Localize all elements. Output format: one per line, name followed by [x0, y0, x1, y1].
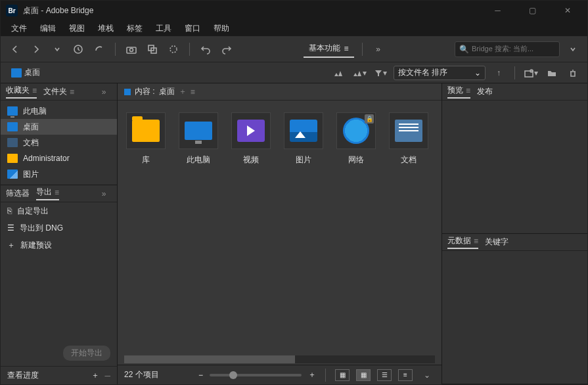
favorite-label: 文档 [23, 137, 39, 148]
view-detail-button[interactable]: ☰ [377, 369, 392, 381]
menu-help[interactable]: 帮助 [208, 22, 235, 35]
search-input[interactable]: 🔍 Bridge 搜索: 当前... [455, 41, 560, 57]
export-dng[interactable]: ☰导出到 DNG [1, 219, 117, 237]
content-header-prefix: 内容 : [135, 86, 155, 97]
new-folder-button[interactable] [544, 65, 560, 81]
list-icon: ☰ [7, 223, 14, 233]
nav-recent-dropdown[interactable] [49, 41, 65, 57]
main-area: 收藏夹≡ 文件夹≡ » 此电脑 桌面 文档 Administrator 图片 筛… [1, 83, 587, 384]
grid-item-image[interactable]: 图片 [279, 110, 328, 175]
image-icon [7, 170, 18, 179]
breadcrumb[interactable]: 桌面 [7, 66, 44, 79]
redo-button[interactable] [219, 41, 235, 57]
menu-tools[interactable]: 工具 [150, 22, 177, 35]
panel-overflow-button[interactable]: » [96, 186, 112, 202]
zoom-in-button[interactable]: ＋ [308, 369, 316, 380]
maximize-button[interactable]: ▢ [518, 1, 547, 20]
tab-favorites[interactable]: 收藏夹≡ [6, 85, 37, 99]
favorite-item-thispc[interactable]: 此电脑 [1, 103, 117, 119]
rating-filter-dropdown[interactable]: ▾ [351, 65, 367, 81]
panel-overflow-button[interactable]: » [96, 84, 112, 100]
path-bar: 桌面 ▾ ▾ 按文件名 排序 ⌄ ↑ ▾ [1, 62, 587, 83]
refine-button[interactable] [166, 41, 181, 57]
horizontal-scrollbar[interactable] [124, 355, 435, 363]
close-button[interactable]: ✕ [553, 1, 582, 20]
content-header: 内容 : 桌面 ＋ ≡ [118, 83, 441, 101]
separator [115, 43, 116, 56]
boomerang-icon[interactable] [91, 41, 107, 57]
menu-file[interactable]: 文件 [6, 22, 32, 35]
grid-item-video[interactable]: 视频 [227, 110, 275, 175]
workspace-selector[interactable]: 基本功能 ≡ [304, 40, 354, 58]
lock-icon: 🔒 [365, 114, 374, 124]
menu-edit[interactable]: 编辑 [35, 22, 61, 35]
menu-label[interactable]: 标签 [122, 22, 148, 35]
camera-import-button[interactable] [124, 41, 139, 57]
item-label: 视频 [243, 154, 259, 166]
nav-forward-button[interactable] [28, 41, 44, 57]
export-custom[interactable]: ⎘自定导出 [1, 202, 117, 219]
more-workspaces-button[interactable]: » [371, 41, 386, 57]
favorite-item-admin[interactable]: Administrator [1, 150, 117, 166]
separator [189, 43, 190, 56]
sort-selector[interactable]: 按文件名 排序 ⌄ [394, 66, 486, 80]
preview-panel: 预览≡ 发布 [442, 83, 587, 234]
view-grid-button[interactable]: ▦ [356, 369, 371, 381]
view-list-button[interactable]: ≡ [398, 369, 413, 381]
add-button[interactable]: ＋ [91, 370, 99, 381]
minimize-button[interactable]: ─ [483, 1, 512, 20]
tab-preview[interactable]: 预览≡ [447, 85, 470, 99]
filter-button[interactable]: ▾ [373, 65, 388, 81]
export-icon: ⎘ [7, 206, 12, 215]
left-lower-tabs: 筛选器 导出≡ » [1, 185, 117, 202]
workspace-label: 基本功能 [309, 43, 340, 54]
favorites-list: 此电脑 桌面 文档 Administrator 图片 [1, 101, 117, 185]
tab-export-label: 导出 [36, 187, 52, 198]
zoom-slider[interactable] [210, 374, 302, 376]
folder-icon [132, 120, 160, 142]
batch-button[interactable] [145, 41, 160, 57]
separator [325, 369, 326, 382]
favorite-item-desktop[interactable]: 桌面 [1, 119, 117, 135]
start-export-button[interactable]: 开始导出 [63, 346, 110, 361]
tab-preview-label: 预览 [447, 85, 463, 96]
undo-button[interactable] [198, 41, 214, 57]
sort-direction-button[interactable]: ↑ [491, 65, 507, 81]
open-recent-button[interactable]: ▾ [523, 65, 539, 81]
tab-publish[interactable]: 发布 [477, 86, 493, 97]
menu-window[interactable]: 窗口 [179, 22, 206, 35]
grid-item-thispc[interactable]: 此电脑 [174, 110, 223, 175]
menu-icon: ≡ [474, 237, 478, 246]
nav-back-button[interactable] [7, 41, 23, 57]
search-icon: 🔍 [459, 45, 469, 54]
search-dropdown[interactable] [565, 41, 581, 57]
view-progress-button[interactable]: 查看进度 [7, 370, 39, 381]
separator [362, 43, 363, 56]
tab-export[interactable]: 导出≡ [36, 187, 59, 200]
folder-icon [7, 138, 18, 147]
rating-filter-icon[interactable] [330, 65, 346, 81]
view-dropdown[interactable]: ⌄ [419, 367, 435, 383]
tab-metadata[interactable]: 元数据≡ [447, 235, 478, 249]
grid-item-network[interactable]: 🔒网络 [332, 110, 380, 175]
favorite-item-documents[interactable]: 文档 [1, 135, 117, 150]
plus-icon[interactable]: ＋ [179, 86, 187, 97]
favorite-item-pictures[interactable]: 图片 [1, 166, 117, 182]
view-grid-lock-button[interactable]: ▦ [335, 369, 350, 381]
zoom-out-button[interactable]: − [198, 371, 203, 380]
remove-button[interactable]: ─ [104, 371, 110, 380]
menu-stack[interactable]: 堆栈 [93, 22, 119, 35]
grid-item-library[interactable]: 库 [122, 110, 170, 175]
tab-folders-label: 文件夹 [43, 86, 67, 97]
delete-button[interactable] [565, 65, 581, 81]
thumbnail-grid[interactable]: 库 此电脑 视频 图片 🔒网络 文档 [118, 101, 441, 355]
history-button[interactable] [70, 41, 86, 57]
menu-view[interactable]: 视图 [64, 22, 90, 35]
tab-keywords[interactable]: 关键字 [485, 237, 509, 248]
menu-icon[interactable]: ≡ [191, 87, 195, 97]
tab-folders[interactable]: 文件夹≡ [43, 86, 74, 97]
export-new-preset[interactable]: ＋新建预设 [1, 237, 117, 254]
tab-filter[interactable]: 筛选器 [6, 188, 30, 199]
grid-item-documents[interactable]: 文档 [384, 110, 433, 175]
window-title: 桌面 - Adobe Bridge [23, 5, 478, 16]
